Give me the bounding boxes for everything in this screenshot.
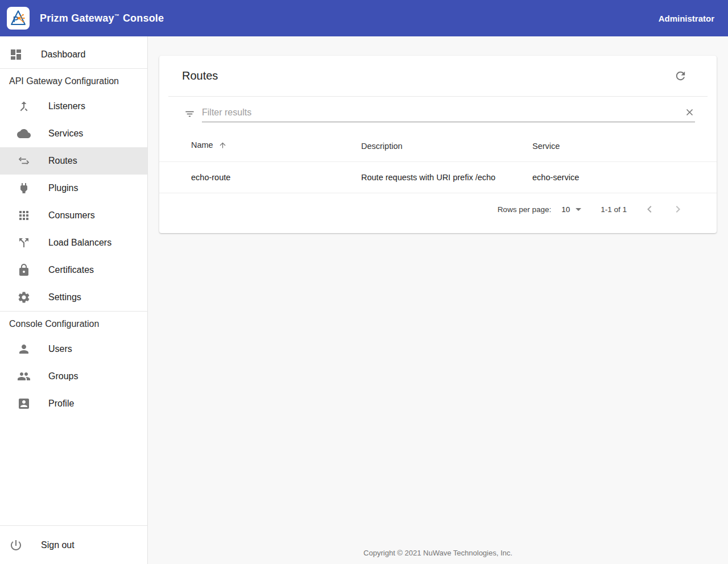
sign-out-button[interactable]: Sign out <box>0 532 147 559</box>
person-icon <box>17 342 31 356</box>
cell-route-description: Route requests with URI prefix /echo <box>361 162 532 193</box>
sidebar-item-profile[interactable]: Profile <box>0 390 147 417</box>
cell-route-service: echo-service <box>532 162 717 193</box>
app-title: Prizm Gateway™Console <box>40 13 164 24</box>
sidebar-item-label: Users <box>48 344 72 354</box>
rows-per-page-select[interactable]: 10 <box>561 205 581 214</box>
sidebar-item-plugins[interactable]: Plugins <box>0 175 147 202</box>
section-title-api-gateway: API Gateway Configuration <box>0 69 147 93</box>
card-header: Routes <box>159 56 717 96</box>
routes-table: Name Description Service echo-route Rout… <box>159 126 717 193</box>
svg-text:P: P <box>13 15 19 24</box>
sidebar-nav: Dashboard API Gateway Configuration List… <box>0 36 148 564</box>
refresh-icon <box>674 69 687 82</box>
sidebar-spacer <box>0 417 147 525</box>
previous-page-button[interactable] <box>643 202 656 216</box>
lock-icon <box>17 263 31 277</box>
sidebar-item-dashboard[interactable]: Dashboard <box>0 41 147 68</box>
sidebar-item-listeners[interactable]: Listeners <box>0 93 147 120</box>
signout-section: Sign out <box>0 525 147 564</box>
gear-icon <box>17 291 31 304</box>
sidebar-item-label: Plugins <box>48 183 78 193</box>
people-icon <box>17 370 31 383</box>
rows-per-page-value: 10 <box>561 205 570 214</box>
column-header-description[interactable]: Description <box>361 126 532 162</box>
sidebar-item-routes[interactable]: Routes <box>0 147 147 175</box>
sidebar-item-label: Settings <box>48 292 81 302</box>
sidebar-item-label: Dashboard <box>41 49 85 60</box>
main-content: Routes <box>148 36 728 564</box>
sidebar-item-label: Load Balancers <box>48 238 111 248</box>
plug-icon <box>17 181 31 195</box>
apps-grid-icon <box>17 209 31 222</box>
prizm-logo: P <box>7 7 30 30</box>
sidebar-item-users[interactable]: Users <box>0 335 147 363</box>
sidebar-item-consumers[interactable]: Consumers <box>0 202 147 229</box>
sidebar-item-label: Consumers <box>48 210 95 221</box>
filter-row <box>159 97 717 122</box>
sidebar-item-label: Services <box>48 128 83 139</box>
copyright-footer: Copyright © 2021 NuWave Technologies, In… <box>159 544 717 564</box>
swap-arrows-icon <box>17 154 31 168</box>
page-range-label: 1-1 of 1 <box>601 205 627 214</box>
close-icon <box>684 107 695 118</box>
sidebar-item-groups[interactable]: Groups <box>0 363 147 390</box>
dropdown-caret-icon <box>576 208 581 211</box>
contact-card-icon <box>17 397 31 410</box>
filter-input[interactable] <box>202 107 684 118</box>
sort-ascending-icon <box>218 142 227 151</box>
merge-icon <box>17 99 31 113</box>
sidebar-item-label: Listeners <box>48 101 85 111</box>
chevron-left-icon <box>643 202 656 216</box>
sidebar-item-settings[interactable]: Settings <box>0 284 147 311</box>
sidebar-item-certificates[interactable]: Certificates <box>0 256 147 284</box>
refresh-button[interactable] <box>674 69 687 82</box>
top-app-bar: P Prizm Gateway™Console Administrator <box>0 0 728 36</box>
sign-out-label: Sign out <box>41 540 75 550</box>
prism-logo-icon: P <box>9 9 28 28</box>
trademark-symbol: ™ <box>114 13 119 19</box>
filter-field <box>202 107 695 122</box>
app-title-main: Prizm Gateway <box>40 13 114 24</box>
cell-route-name: echo-route <box>159 162 361 193</box>
section-title-console-config: Console Configuration <box>0 312 147 335</box>
rows-per-page-label: Rows per page: <box>498 205 552 214</box>
sidebar-item-services[interactable]: Services <box>0 120 147 147</box>
chevron-right-icon <box>671 202 685 216</box>
clear-filter-button[interactable] <box>684 107 695 118</box>
filter-icon <box>184 109 195 119</box>
table-row[interactable]: echo-route Route requests with URI prefi… <box>159 162 717 193</box>
sidebar-item-label: Routes <box>48 156 77 166</box>
column-header-service[interactable]: Service <box>532 126 717 162</box>
app-title-suffix: Console <box>123 13 164 24</box>
sidebar-item-label: Profile <box>48 399 74 409</box>
paginator: Rows per page: 10 1-1 of 1 <box>159 193 717 216</box>
table-header-row: Name Description Service <box>159 126 717 162</box>
power-icon <box>9 538 23 552</box>
routes-card: Routes <box>159 56 717 233</box>
dashboard-icon <box>9 48 23 61</box>
call-split-icon <box>17 236 31 250</box>
column-header-name[interactable]: Name <box>159 126 361 162</box>
page-title: Routes <box>182 69 218 82</box>
sidebar-item-label: Groups <box>48 371 78 381</box>
current-user-label: Administrator <box>659 14 714 23</box>
sidebar-item-load-balancers[interactable]: Load Balancers <box>0 229 147 256</box>
cloud-icon <box>17 127 31 140</box>
next-page-button[interactable] <box>671 202 685 216</box>
sidebar-item-label: Certificates <box>48 265 94 275</box>
